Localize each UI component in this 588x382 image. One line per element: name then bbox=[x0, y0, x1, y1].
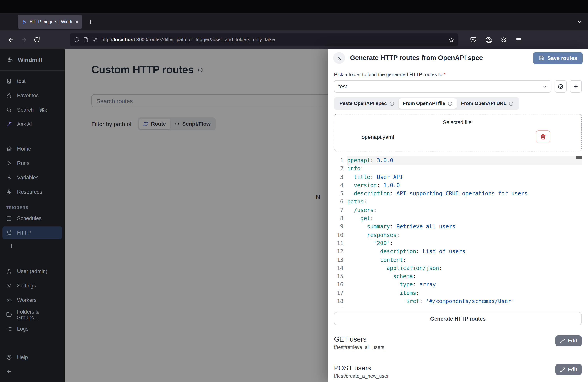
collapse-sidebar-button[interactable] bbox=[2, 365, 62, 378]
sidebar-item-label: Folders & Groups... bbox=[17, 309, 58, 320]
generated-route-row: POST users f/test/create_a_new_user Edit bbox=[334, 364, 582, 379]
sidebar-item-home[interactable]: Home bbox=[2, 142, 62, 155]
tab-close-icon[interactable] bbox=[75, 20, 79, 24]
code-line: summary: Retrieve all users bbox=[347, 223, 582, 231]
editor-scrollbar[interactable] bbox=[576, 156, 582, 159]
tab-from-openapi-url[interactable]: From OpenAPI URL bbox=[457, 98, 518, 108]
route-title: GET users bbox=[334, 335, 556, 343]
sidebar-item-workspace[interactable]: test bbox=[2, 75, 62, 87]
info-icon[interactable] bbox=[389, 101, 394, 106]
add-trigger-button[interactable] bbox=[2, 241, 62, 251]
tab-from-openapi-file[interactable]: From OpenAPI file bbox=[399, 98, 457, 108]
line-number: 7 bbox=[334, 206, 343, 214]
selected-file-name: openapi.yaml bbox=[362, 134, 536, 140]
brand-name: Windmill bbox=[18, 56, 42, 63]
sidebar-item-user[interactable]: User (admin) bbox=[2, 265, 62, 278]
add-folder-button[interactable] bbox=[570, 80, 582, 93]
yaml-code-editor[interactable]: 12345678910111213141516171819 openapi: 3… bbox=[334, 155, 582, 307]
pencil-icon bbox=[560, 338, 565, 343]
magic-wand-icon bbox=[6, 121, 12, 127]
sidebar-item-ask-ai[interactable]: Ask AI bbox=[2, 118, 62, 131]
reload-button[interactable] bbox=[30, 34, 43, 45]
code-line: paths: bbox=[347, 198, 582, 206]
menu-hamburger-icon[interactable] bbox=[513, 34, 525, 45]
delete-file-button[interactable] bbox=[536, 130, 550, 143]
sidebar-item-label: Search bbox=[17, 107, 34, 113]
sidebar-item-help[interactable]: Help bbox=[2, 351, 62, 364]
sidebar-item-folders-groups[interactable]: Folders & Groups... bbox=[2, 308, 62, 321]
selected-file-row: openapi.yaml bbox=[335, 130, 581, 143]
sidebar-item-label: test bbox=[17, 78, 26, 84]
drawer-title: Generate HTTP routes from OpenAPI spec bbox=[350, 54, 528, 62]
sidebar-item-http[interactable]: HTTP bbox=[2, 226, 62, 239]
calendar-icon bbox=[6, 215, 12, 221]
forward-button[interactable] bbox=[17, 34, 30, 45]
sidebar-brand[interactable]: Windmill bbox=[0, 49, 64, 71]
line-number: 3 bbox=[334, 173, 343, 181]
url-bar[interactable]: http://localhost:3000/routes?filter_path… bbox=[70, 33, 458, 46]
sidebar-item-label: Ask AI bbox=[17, 121, 32, 127]
tab-label: From OpenAPI file bbox=[403, 101, 445, 106]
filter-option-label: Route bbox=[151, 121, 166, 127]
edit-route-button[interactable]: Edit bbox=[556, 364, 582, 375]
code-line: items: bbox=[347, 289, 582, 297]
edit-route-button[interactable]: Edit bbox=[556, 335, 582, 346]
tab-paste-openapi-spec[interactable]: Paste OpenAPI spec bbox=[335, 98, 399, 108]
line-number: 6 bbox=[334, 198, 343, 206]
sidebar-item-resources[interactable]: Resources bbox=[2, 186, 62, 198]
line-number: 17 bbox=[334, 289, 343, 297]
code-line: type: array bbox=[347, 281, 582, 289]
back-button[interactable] bbox=[4, 34, 17, 45]
sidebar-item-label: Settings bbox=[17, 283, 36, 289]
edit-label: Edit bbox=[568, 367, 577, 372]
app-root: Windmill test Favorites bbox=[0, 49, 588, 382]
filter-option-route[interactable]: Route bbox=[139, 119, 170, 129]
shield-icon[interactable] bbox=[74, 37, 80, 42]
route-title: POST users bbox=[334, 364, 556, 372]
save-routes-button[interactable]: Save routes bbox=[533, 52, 583, 64]
tab-label: Paste OpenAPI spec bbox=[339, 101, 387, 106]
permissions-icon[interactable] bbox=[92, 37, 98, 42]
account-icon[interactable] bbox=[483, 34, 494, 45]
sidebar-item-schedules[interactable]: Schedules bbox=[2, 212, 62, 225]
sidebar-item-favorites[interactable]: Favorites bbox=[2, 89, 62, 102]
robot-icon bbox=[6, 297, 12, 303]
selected-file-box: Selected file: openapi.yaml bbox=[334, 114, 582, 151]
route-icon bbox=[6, 230, 12, 236]
info-icon[interactable] bbox=[198, 67, 203, 73]
sidebar-item-runs[interactable]: Runs bbox=[2, 157, 62, 170]
info-icon[interactable] bbox=[447, 101, 452, 106]
code-line: schema: bbox=[347, 272, 582, 281]
route-icon bbox=[143, 121, 148, 127]
list-all-tabs-button[interactable] bbox=[577, 19, 583, 25]
extensions-puzzle-icon[interactable] bbox=[498, 34, 509, 45]
filter-option-script-flow[interactable]: Script/Flow bbox=[170, 119, 215, 129]
sidebar-item-logs[interactable]: Logs bbox=[2, 322, 62, 335]
sidebar-item-workers[interactable]: Workers bbox=[2, 294, 62, 307]
bookmark-star-icon[interactable] bbox=[448, 37, 454, 42]
source-tabs: Paste OpenAPI spec From OpenAPI file bbox=[334, 97, 519, 110]
sidebar-item-settings[interactable]: Settings bbox=[2, 279, 62, 292]
url-text[interactable]: http://localhost:3000/routes?filter_path… bbox=[102, 37, 445, 42]
generate-http-routes-button[interactable]: Generate HTTP routes bbox=[334, 312, 582, 325]
code-lines: openapi: 3.0.0info: title: User API vers… bbox=[343, 156, 582, 307]
play-icon bbox=[6, 160, 12, 166]
browser-tab[interactable]: HTTP triggers | Windmill bbox=[18, 15, 82, 29]
sidebar-item-label: Runs bbox=[17, 160, 29, 166]
info-icon[interactable] bbox=[509, 101, 514, 106]
view-folder-button[interactable] bbox=[555, 80, 567, 93]
sidebar: Windmill test Favorites bbox=[0, 49, 64, 382]
close-drawer-button[interactable] bbox=[333, 52, 345, 64]
triggers-section-label: TRIGGERS bbox=[2, 200, 62, 212]
edit-label: Edit bbox=[568, 338, 577, 343]
pocket-icon[interactable] bbox=[467, 34, 479, 45]
code-brackets-icon bbox=[174, 121, 179, 127]
save-routes-label: Save routes bbox=[547, 55, 577, 61]
folder-select[interactable]: test bbox=[334, 80, 551, 93]
sidebar-item-search[interactable]: Search ⌘k bbox=[2, 104, 62, 116]
page-info-icon[interactable] bbox=[83, 37, 89, 42]
new-tab-button[interactable] bbox=[87, 19, 93, 25]
sidebar-item-variables[interactable]: Variables bbox=[2, 171, 62, 184]
building-icon bbox=[6, 78, 12, 84]
sidebar-item-label: Help bbox=[17, 354, 28, 360]
